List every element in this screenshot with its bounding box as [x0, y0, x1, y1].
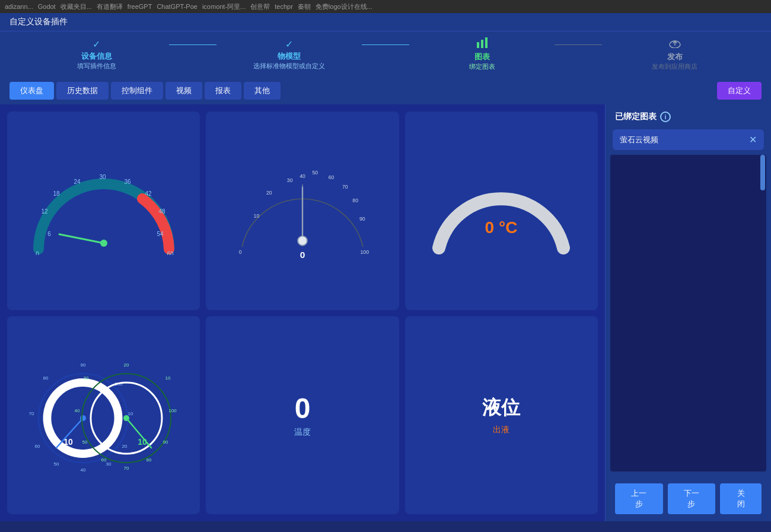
svg-text:18: 18	[53, 190, 60, 197]
gauge-card-dual-ring: 90 80 70 60 50 40 30 20 10 100 10 20	[7, 316, 200, 515]
svg-text:42: 42	[145, 190, 152, 197]
step-divider	[169, 44, 216, 45]
svg-text:48: 48	[158, 208, 165, 215]
browser-bar: adizann... Godot 收藏夹目... 有道翻译 freeGPT Ch…	[0, 0, 771, 13]
svg-text:20: 20	[266, 190, 272, 196]
svg-text:70: 70	[342, 184, 348, 190]
next-button[interactable]: 下一步	[668, 483, 716, 514]
svg-text:40: 40	[74, 408, 79, 413]
step-sub: 绑定图表	[469, 62, 495, 71]
prev-button[interactable]: 上一步	[615, 483, 663, 514]
svg-rect-1	[481, 40, 483, 48]
wizard-step-model[interactable]: ✓ 物模型 选择标准物模型或自定义	[216, 39, 362, 71]
browser-tab[interactable]: adizann...	[5, 3, 33, 10]
svg-text:30: 30	[287, 177, 293, 183]
svg-point-32	[298, 236, 307, 246]
svg-rect-2	[485, 37, 488, 48]
svg-text:54: 54	[157, 231, 164, 237]
info-icon[interactable]: i	[660, 112, 671, 122]
tab-bar: 仪表盘 历史数据 控制组件 视频 报表 其他 自定义	[0, 77, 771, 104]
svg-text:30: 30	[106, 461, 111, 467]
temp-label: 温度	[294, 427, 311, 438]
tab-other[interactable]: 其他	[244, 82, 281, 100]
svg-text:90: 90	[80, 362, 85, 368]
wizard-step-chart[interactable]: 图表 绑定图表	[409, 37, 555, 71]
wizard-step-publish[interactable]: 发布 发布到应用商店	[602, 37, 747, 71]
svg-text:20: 20	[123, 362, 129, 368]
step-title: 设备信息	[81, 51, 112, 62]
bound-chart-title: 已绑定图表	[615, 112, 657, 122]
svg-text:60: 60	[101, 457, 106, 463]
gauge-card-speedometer2: 0 10 20 30 40 50 60 70 80 90 100 0	[206, 112, 399, 310]
dashboard-grid: 0 6 12 18 24 30 36 42 48 54 60 0°C	[0, 104, 605, 521]
svg-text:20: 20	[122, 444, 127, 449]
browser-tab[interactable]: 秦朝	[298, 2, 311, 11]
browser-tab[interactable]: ChatGPT-Poe	[157, 3, 197, 10]
svg-text:40: 40	[300, 173, 305, 179]
tab-video[interactable]: 视频	[165, 82, 202, 100]
step-check-icon: ✓	[93, 39, 100, 50]
step-sub: 选择标准物模型或自定义	[253, 62, 325, 71]
browser-tab[interactable]: freeGPT	[128, 3, 152, 10]
gauge-card-temp-numeric: 0 温度	[206, 316, 399, 515]
svg-text:40: 40	[80, 467, 85, 473]
svg-text:70: 70	[123, 466, 129, 471]
scrollbar-thumb[interactable]	[760, 155, 765, 190]
svg-text:100: 100	[360, 249, 369, 255]
svg-text:0: 0	[239, 249, 242, 255]
browser-tab[interactable]: Godot	[38, 3, 56, 10]
bar-chart-icon	[476, 37, 489, 50]
svg-text:10: 10	[138, 437, 147, 447]
svg-text:50: 50	[82, 439, 87, 445]
svg-text:12: 12	[41, 208, 48, 215]
right-panel-header: 已绑定图表 i	[606, 104, 771, 129]
svg-text:10: 10	[165, 375, 170, 381]
svg-text:100: 100	[168, 408, 177, 413]
app-header: 自定义设备插件	[0, 13, 771, 31]
svg-text:10: 10	[128, 411, 133, 416]
temp-value: 0	[295, 392, 311, 425]
svg-point-48	[80, 415, 86, 421]
close-bound-chart-button[interactable]: ✕	[749, 134, 757, 145]
browser-tab[interactable]: 有道翻译	[97, 2, 123, 11]
cloud-upload-icon	[668, 37, 682, 50]
svg-text:0: 0	[300, 250, 305, 258]
close-button[interactable]: 关闭	[720, 483, 762, 514]
svg-text:80: 80	[43, 375, 48, 381]
scroll-area	[610, 155, 766, 472]
panel-footer: 上一步 下一步 关闭	[606, 476, 771, 521]
bound-chart-item: 萤石云视频 ✕	[613, 129, 764, 150]
browser-tab[interactable]: 创意帮	[250, 2, 270, 11]
svg-text:30: 30	[83, 375, 88, 381]
step-title: 图表	[474, 52, 490, 62]
browser-tab[interactable]: icomont-阿里...	[202, 2, 246, 11]
step-title: 发布	[667, 52, 683, 62]
main-content: 0 6 12 18 24 30 36 42 48 54 60 0°C	[0, 104, 771, 521]
step-sub: 发布到应用商店	[652, 62, 697, 71]
step-divider	[555, 44, 602, 45]
right-panel: 已绑定图表 i 萤石云视频 ✕ 上一步 下一步 关闭	[605, 104, 771, 521]
tab-control[interactable]: 控制组件	[111, 82, 163, 100]
step-title: 物模型	[278, 51, 301, 62]
tab-dashboard[interactable]: 仪表盘	[9, 82, 54, 100]
svg-text:70: 70	[28, 411, 34, 416]
svg-text:90: 90	[359, 216, 365, 222]
customize-button[interactable]: 自定义	[717, 82, 762, 100]
browser-tab[interactable]: techpr	[275, 3, 293, 10]
svg-text:10: 10	[254, 213, 260, 219]
liquid-sub: 出液	[493, 425, 509, 435]
svg-text:50: 50	[53, 461, 59, 467]
browser-tab[interactable]: 免费logo设计在线...	[316, 2, 372, 11]
svg-text:50: 50	[312, 170, 318, 176]
tab-history[interactable]: 历史数据	[56, 82, 109, 100]
svg-text:0 °C: 0 °C	[485, 218, 518, 237]
svg-text:36: 36	[124, 179, 131, 185]
wizard-step-device-info[interactable]: ✓ 设备信息 填写插件信息	[24, 39, 169, 71]
svg-text:60: 60	[329, 174, 334, 180]
step-check-icon: ✓	[285, 39, 293, 50]
liquid-title: 液位	[482, 395, 520, 421]
speedometer2-svg: 0 10 20 30 40 50 60 70 80 90 100 0	[225, 163, 380, 258]
tab-report[interactable]: 报表	[205, 82, 241, 100]
svg-line-16	[59, 234, 104, 243]
browser-tab[interactable]: 收藏夹目...	[60, 2, 92, 11]
